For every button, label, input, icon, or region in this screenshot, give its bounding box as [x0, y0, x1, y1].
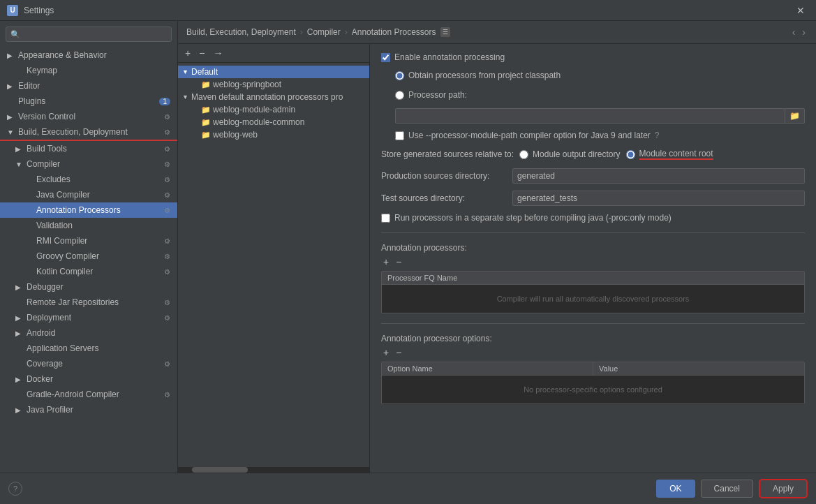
sidebar-item-build-tools[interactable]: ▶ Build Tools ⚙	[0, 141, 177, 156]
chevron-down-icon: ▼	[7, 128, 15, 136]
forward-button[interactable]: ›	[800, 27, 808, 38]
tree-scrollbar[interactable]	[178, 467, 369, 473]
sidebar-item-java-compiler[interactable]: Java Compiler ⚙	[0, 187, 177, 202]
ap-add-remove-toolbar: + −	[381, 255, 805, 268]
store-sources-label: Store generated sources relative to:	[381, 149, 514, 159]
sidebar-item-label: Remote Jar Repositories	[27, 297, 161, 307]
breadcrumb-menu-icon[interactable]: ☰	[440, 27, 450, 37]
sidebar-item-label: Build, Execution, Deployment	[18, 127, 161, 137]
processor-path-field-wrapper: 📁	[395, 108, 805, 124]
sidebar-item-label: Validation	[36, 221, 170, 230]
config-icon: ⚙	[164, 314, 170, 322]
processor-module-path-label: Use --processor-module-path compiler opt…	[408, 131, 651, 140]
sidebar-item-groovy-compiler[interactable]: Groovy Compiler ⚙	[0, 249, 177, 264]
back-button[interactable]: ‹	[790, 27, 798, 38]
sidebar-item-label: Deployment	[27, 313, 161, 323]
module-content-radio[interactable]	[626, 150, 635, 159]
tree-item-weblog-web[interactable]: 📁 weblog-web	[178, 128, 369, 141]
sidebar-item-label: Keymap	[27, 66, 170, 75]
production-sources-input[interactable]	[512, 168, 805, 184]
help-question-icon[interactable]: ?	[655, 131, 660, 140]
sidebar-item-appearance[interactable]: ▶ Appearance & Behavior	[0, 47, 177, 63]
sidebar-item-label: Gradle-Android Compiler	[27, 390, 161, 399]
annotation-processors-table: Processor FQ Name Compiler will run all …	[381, 271, 805, 313]
add-profile-button[interactable]: +	[182, 47, 193, 59]
sidebar-item-keymap[interactable]: Keymap	[0, 63, 177, 78]
processor-module-path-checkbox[interactable]	[395, 131, 404, 140]
tree-item-weblog-module-admin[interactable]: 📁 weblog-module-admin	[178, 103, 369, 116]
close-button[interactable]: ✕	[792, 3, 809, 17]
browse-folder-button[interactable]: 📁	[785, 108, 805, 124]
obtain-processors-label: Obtain processors from project classpath	[408, 71, 561, 80]
search-box[interactable]: 🔍	[6, 27, 172, 42]
store-sources-row: Store generated sources relative to: Mod…	[381, 147, 805, 161]
sidebar-item-debugger[interactable]: ▶ Debugger	[0, 279, 177, 295]
remove-processor-button[interactable]: −	[394, 255, 403, 268]
sidebar-item-plugins[interactable]: Plugins 1	[0, 94, 177, 109]
help-button[interactable]: ?	[8, 482, 22, 496]
search-input[interactable]	[23, 29, 167, 39]
sidebar-item-label: Docker	[27, 374, 170, 384]
annotation-options-section: Annotation processor options: + − Option…	[381, 334, 805, 404]
move-profile-button[interactable]: →	[210, 47, 225, 59]
tree-item-maven-default[interactable]: ▼ Maven default annotation processors pr…	[178, 91, 369, 103]
breadcrumb-part-1: Build, Execution, Deployment	[186, 27, 296, 37]
breadcrumb-part-3: Annotation Processors	[352, 27, 436, 37]
run-processors-checkbox[interactable]	[381, 214, 390, 223]
sidebar-item-editor[interactable]: ▶ Editor	[0, 78, 177, 94]
processor-path-input[interactable]	[395, 108, 785, 124]
sidebar-item-validation[interactable]: Validation	[0, 218, 177, 233]
test-sources-label: Test sources directory:	[381, 193, 507, 203]
sidebar-item-gradle-android[interactable]: Gradle-Android Compiler ⚙	[0, 387, 177, 402]
plugins-badge: 1	[159, 98, 170, 105]
run-processors-row: Run processors in a separate step before…	[381, 213, 805, 223]
options-table-header: Option Name Value	[382, 362, 804, 376]
sidebar-item-application-servers[interactable]: Application Servers	[0, 341, 177, 356]
sidebar-item-build-exec-deploy[interactable]: ▼ Build, Execution, Deployment ⚙	[0, 124, 177, 141]
sidebar-item-annotation-processors[interactable]: Annotation Processors ⚙	[0, 202, 177, 218]
tree-item-weblog-module-common[interactable]: 📁 weblog-module-common	[178, 116, 369, 128]
chevron-right-icon: ▶	[15, 145, 24, 153]
sidebar-item-excludes[interactable]: Excludes ⚙	[0, 172, 177, 187]
config-icon: ⚙	[164, 253, 170, 260]
chevron-down-icon: ▼	[182, 68, 189, 75]
module-output-radio-row: Module output directory	[519, 148, 620, 161]
sidebar-item-coverage[interactable]: Coverage ⚙	[0, 356, 177, 371]
sidebar-item-version-control[interactable]: ▶ Version Control ⚙	[0, 109, 177, 124]
sidebar-item-compiler[interactable]: ▼ Compiler ⚙	[0, 156, 177, 172]
sidebar-item-label: Editor	[18, 81, 170, 91]
tree-item-weblog-springboot[interactable]: 📁 weblog-springboot	[178, 78, 369, 91]
config-icon: ⚙	[164, 191, 170, 199]
options-table-body: No processor-specific options configured	[382, 376, 804, 403]
ok-button[interactable]: OK	[656, 480, 695, 498]
sidebar-item-kotlin-compiler[interactable]: Kotlin Compiler ⚙	[0, 264, 177, 279]
sidebar-item-android[interactable]: ▶ Android	[0, 325, 177, 341]
sidebar-item-deployment[interactable]: ▶ Deployment ⚙	[0, 310, 177, 325]
add-processor-button[interactable]: +	[381, 255, 391, 268]
processor-path-radio[interactable]	[395, 91, 404, 100]
settings-window: U Settings ✕ 🔍 ▶ Appearance & Behavior K…	[0, 0, 816, 504]
chevron-right-icon: ▶	[15, 329, 24, 337]
value-header: Value	[593, 362, 804, 375]
enable-annotation-processing-checkbox[interactable]	[381, 53, 390, 62]
module-icon: 📁	[201, 105, 211, 114]
add-option-button[interactable]: +	[381, 346, 391, 359]
test-sources-input[interactable]	[512, 191, 805, 206]
config-icon: ⚙	[164, 391, 170, 399]
cancel-button[interactable]: Cancel	[701, 480, 753, 498]
apply-button[interactable]: Apply	[759, 479, 808, 498]
tree-item-default[interactable]: ▼ Default	[178, 66, 369, 78]
sidebar-item-rmi-compiler[interactable]: RMI Compiler ⚙	[0, 233, 177, 249]
sidebar-item-label: Java Profiler	[27, 405, 170, 415]
obtain-processors-row: Obtain processors from project classpath	[381, 69, 805, 82]
sidebar-item-remote-jar[interactable]: Remote Jar Repositories ⚙	[0, 295, 177, 310]
sidebar-item-java-profiler[interactable]: ▶ Java Profiler	[0, 402, 177, 417]
sidebar-item-label: Build Tools	[27, 144, 161, 154]
module-output-radio[interactable]	[519, 150, 528, 159]
sidebar-item-docker[interactable]: ▶ Docker	[0, 371, 177, 387]
remove-option-button[interactable]: −	[394, 346, 403, 359]
remove-profile-button[interactable]: −	[196, 47, 207, 59]
section-divider-1	[381, 232, 805, 233]
obtain-processors-radio[interactable]	[395, 71, 404, 80]
no-options-label: No processor-specific options configured	[518, 380, 668, 399]
